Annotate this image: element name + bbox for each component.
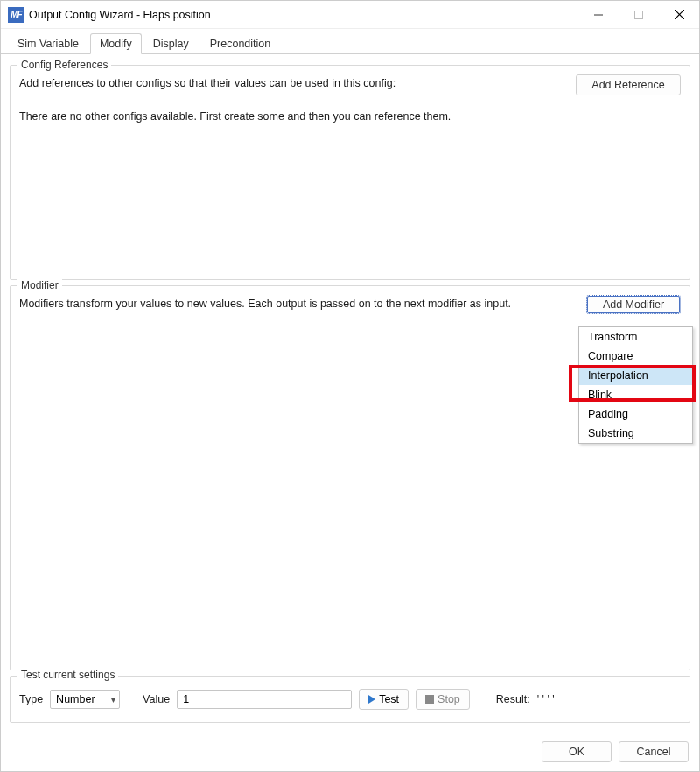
menu-item-blink[interactable]: Blink: [579, 385, 692, 404]
menu-item-compare[interactable]: Compare: [579, 347, 692, 366]
type-select[interactable]: Number ▾: [50, 690, 120, 709]
svg-rect-1: [635, 11, 643, 18]
stop-icon: [425, 695, 434, 704]
test-button[interactable]: Test: [359, 689, 409, 710]
result-label: Result:: [496, 693, 530, 705]
group-config-legend: Config References: [18, 59, 111, 71]
close-button[interactable]: [659, 1, 699, 28]
result-value: ' ' ' ': [537, 693, 555, 705]
config-ref-desc: Add references to other configs so that …: [19, 74, 565, 92]
window-title: Output Config Wizard - Flaps position: [29, 9, 211, 21]
config-ref-empty: There are no other configs available. Fi…: [19, 108, 565, 125]
menu-item-transform[interactable]: Transform: [579, 327, 692, 347]
tab-modify[interactable]: Modify: [90, 33, 142, 54]
add-reference-button[interactable]: Add Reference: [576, 74, 681, 95]
menu-item-padding[interactable]: Padding: [579, 404, 692, 424]
tab-display[interactable]: Display: [144, 33, 199, 54]
group-test-settings: Test current settings Type Number ▾ Valu…: [10, 676, 690, 723]
group-test-legend: Test current settings: [18, 669, 118, 681]
add-modifier-menu: Transform Compare Interpolation Blink Pa…: [578, 326, 693, 444]
menu-item-interpolation[interactable]: Interpolation: [579, 366, 692, 385]
stop-button[interactable]: Stop: [416, 689, 470, 710]
add-modifier-button[interactable]: Add Modifier: [586, 295, 681, 314]
tab-sim-variable[interactable]: Sim Variable: [8, 33, 88, 54]
play-icon: [368, 695, 375, 704]
maximize-button[interactable]: [619, 1, 659, 28]
type-select-value: Number: [56, 693, 94, 705]
stop-button-label: Stop: [438, 693, 460, 705]
group-config-references: Config References Add references to othe…: [10, 65, 690, 280]
window-controls: [578, 1, 699, 28]
tab-precondition[interactable]: Precondition: [200, 33, 281, 54]
titlebar: MF Output Config Wizard - Flaps position: [1, 1, 699, 29]
ok-button[interactable]: OK: [542, 741, 612, 762]
app-icon: MF: [8, 7, 24, 23]
cancel-button[interactable]: Cancel: [619, 741, 689, 762]
modifier-desc: Modifiers transform your values to new v…: [19, 295, 576, 312]
tab-bar: Sim Variable Modify Display Precondition: [1, 29, 699, 54]
test-button-label: Test: [379, 693, 399, 705]
minimize-button[interactable]: [578, 1, 619, 28]
menu-item-substring[interactable]: Substring: [579, 424, 692, 443]
type-label: Type: [19, 693, 43, 705]
value-input[interactable]: [177, 690, 352, 709]
chevron-down-icon: ▾: [111, 695, 116, 705]
group-modifier-legend: Modifier: [18, 279, 62, 291]
value-label: Value: [143, 693, 170, 705]
dialog-footer: OK Cancel: [542, 741, 689, 762]
